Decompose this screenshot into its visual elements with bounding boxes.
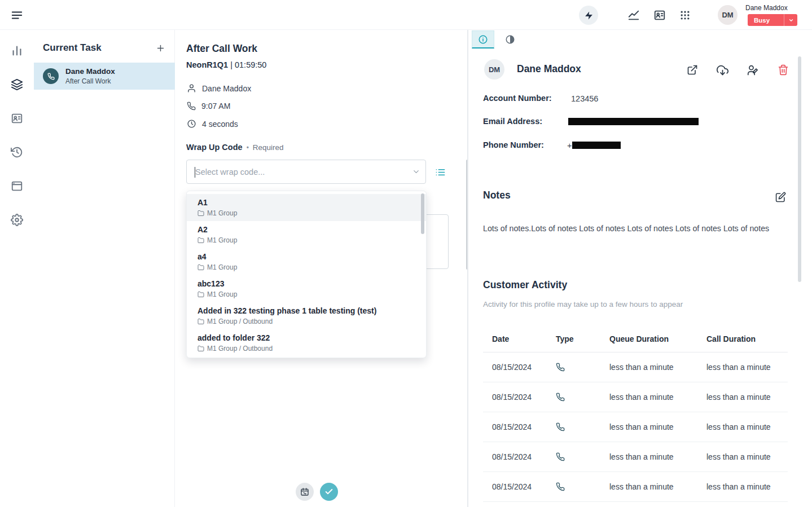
phone-prefix: + bbox=[567, 141, 572, 150]
current-task-panel: Current Task Dane Maddox After Call Work bbox=[34, 30, 175, 507]
plus-icon bbox=[156, 43, 165, 53]
column-date: Date bbox=[483, 334, 556, 343]
wrap-option[interactable]: abc123 M1 Group bbox=[187, 275, 426, 302]
wrap-code-input[interactable] bbox=[187, 167, 406, 177]
call-duration: less than a minute bbox=[706, 482, 788, 491]
nav-settings[interactable] bbox=[6, 209, 28, 231]
nav-history[interactable] bbox=[6, 141, 28, 164]
right-panel-scrollbar[interactable] bbox=[798, 56, 801, 282]
status-dropdown[interactable]: Busy bbox=[748, 14, 797, 26]
dropdown-scrollbar[interactable] bbox=[421, 193, 424, 234]
page-title: After Call Work bbox=[186, 43, 257, 55]
nav-tasks[interactable] bbox=[6, 73, 28, 96]
wrap-option[interactable]: added to folder 322 M1 Group / Outbound bbox=[187, 329, 426, 356]
task-item-subtitle: After Call Work bbox=[65, 77, 111, 85]
phone-row: Phone Number: + bbox=[483, 140, 799, 151]
activity-date: 08/15/2024 bbox=[483, 393, 556, 402]
queue-duration: less than a minute bbox=[609, 422, 706, 431]
window-icon bbox=[11, 180, 23, 192]
notes-title: Notes bbox=[483, 189, 511, 201]
quick-actions-button[interactable] bbox=[579, 6, 598, 25]
nav-browser[interactable] bbox=[6, 175, 28, 197]
menu-toggle-button[interactable] bbox=[9, 7, 25, 23]
schedule-callback-button[interactable] bbox=[296, 483, 314, 501]
phone-label: Phone Number: bbox=[483, 140, 544, 149]
open-profile-button[interactable] bbox=[686, 63, 699, 77]
session-separator: | bbox=[230, 60, 232, 69]
table-header: Date Type Queue Duration Call Duration bbox=[483, 325, 788, 352]
edit-icon bbox=[775, 192, 786, 202]
table-row[interactable]: 08/15/2024 less than a minute less than … bbox=[483, 442, 788, 472]
table-row[interactable]: 08/15/2024 less than a minute less than … bbox=[483, 472, 788, 502]
queue-duration: less than a minute bbox=[609, 363, 706, 372]
wrap-option[interactable]: Added in 322 testing phase 1 table testi… bbox=[187, 302, 426, 329]
call-duration: less than a minute bbox=[706, 363, 788, 372]
current-task-title: Current Task bbox=[43, 42, 102, 54]
required-bullet: • bbox=[247, 144, 249, 152]
wrap-option[interactable]: a4 M1 Group bbox=[187, 248, 426, 275]
wrap-up-code-label: Wrap Up Code bbox=[186, 143, 243, 152]
profile-avatar: DM bbox=[484, 59, 504, 80]
user-icon bbox=[187, 83, 196, 93]
account-number-row: Account Number: 123456 bbox=[483, 94, 799, 104]
folder-icon bbox=[197, 264, 204, 271]
redacted-email bbox=[568, 118, 699, 125]
phone-icon bbox=[47, 73, 55, 80]
profile-name: Dane Maddox bbox=[517, 63, 581, 75]
wrap-option-group: M1 Group / Outbound bbox=[197, 345, 415, 352]
queue-duration: less than a minute bbox=[609, 452, 706, 461]
add-task-button[interactable] bbox=[151, 39, 169, 57]
wrap-option-label: added to folder 322 bbox=[197, 333, 415, 343]
contacts-button[interactable] bbox=[653, 8, 666, 22]
chevron-down-icon bbox=[784, 14, 797, 26]
table-row[interactable]: 08/15/2024 less than a minute less than … bbox=[483, 412, 788, 442]
analytics-button[interactable] bbox=[627, 8, 640, 22]
customer-activity-subtitle: Activity for this profile may take up to… bbox=[483, 300, 683, 308]
wrap-option-label: a4 bbox=[197, 252, 415, 262]
contact-name: Dane Maddox bbox=[202, 84, 251, 93]
wrap-code-select[interactable] bbox=[186, 160, 426, 184]
bar-chart-icon bbox=[11, 45, 23, 57]
nav-contacts[interactable] bbox=[6, 107, 28, 130]
nav-dashboard[interactable] bbox=[6, 39, 28, 62]
delete-profile-button[interactable] bbox=[776, 63, 790, 77]
session-timer: 01:59:50 bbox=[235, 60, 266, 69]
wrap-option-group: M1 Group bbox=[197, 290, 415, 298]
table-row[interactable]: 08/15/2024 less than a minute less than … bbox=[483, 382, 788, 412]
task-list-item[interactable]: Dane Maddox After Call Work bbox=[34, 63, 175, 90]
wrap-option[interactable]: A1 M1 Group bbox=[187, 194, 426, 221]
wrap-option-label: A2 bbox=[197, 224, 415, 235]
contact-card-icon bbox=[653, 9, 666, 21]
history-icon bbox=[11, 146, 23, 158]
list-icon bbox=[435, 167, 446, 178]
tab-profile-info[interactable] bbox=[472, 30, 494, 49]
column-call-duration: Call Duration bbox=[706, 334, 788, 343]
session-name: NeonR1Q1 bbox=[186, 60, 228, 69]
activity-table: Date Type Queue Duration Call Duration 0… bbox=[483, 325, 788, 502]
redacted-phone bbox=[572, 142, 621, 149]
app-root: DM Dane Maddox Busy Current Tas bbox=[0, 0, 812, 507]
duration-row: 4 seconds bbox=[187, 119, 238, 129]
user-avatar[interactable]: DM bbox=[718, 5, 738, 25]
chevron-down-icon[interactable] bbox=[406, 160, 425, 183]
browse-wrap-codes-button[interactable] bbox=[431, 163, 450, 181]
activity-date: 08/15/2024 bbox=[483, 452, 556, 461]
edit-profile-button[interactable] bbox=[746, 63, 760, 77]
left-rail bbox=[0, 30, 34, 507]
account-number-value: 123456 bbox=[571, 94, 598, 103]
edit-notes-button[interactable] bbox=[774, 190, 787, 204]
wrap-option-group-label: M1 Group / Outbound bbox=[207, 345, 273, 352]
tab-compare[interactable] bbox=[499, 30, 521, 49]
complete-task-button[interactable] bbox=[320, 483, 338, 501]
wrap-option-label: Added in 322 testing phase 1 table testi… bbox=[197, 306, 415, 316]
contrast-icon bbox=[505, 34, 515, 45]
table-row[interactable]: 08/15/2024 less than a minute less than … bbox=[483, 352, 788, 382]
wrap-option[interactable]: A2 M1 Group bbox=[187, 221, 426, 248]
download-profile-button[interactable] bbox=[716, 63, 729, 77]
customer-activity-title: Customer Activity bbox=[483, 279, 567, 291]
call-start-time: 9:07 AM bbox=[201, 102, 230, 111]
cloud-download-icon bbox=[717, 64, 728, 76]
user-name: Dane Maddox bbox=[745, 4, 788, 12]
call-time-row: 9:07 AM bbox=[187, 102, 230, 111]
dialpad-button[interactable] bbox=[678, 8, 692, 22]
